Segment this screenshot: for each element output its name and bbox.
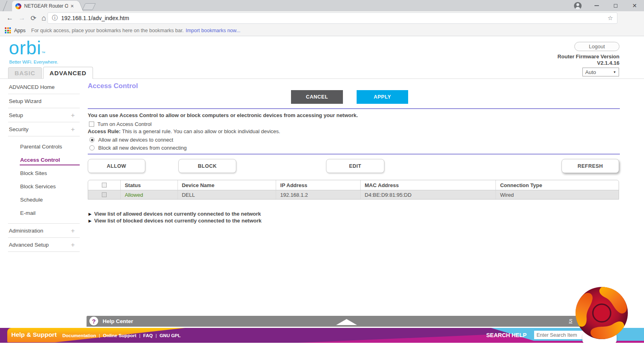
minimize-icon	[594, 5, 599, 6]
expand-up-arrow-icon[interactable]	[336, 319, 357, 325]
url-text[interactable]: 192.168.1.1/adv_index.htm	[61, 15, 608, 21]
turn-on-access-control-label: Turn on Access Control	[97, 121, 152, 127]
sidebar-item-label: Advanced Setup	[9, 242, 49, 248]
header-divider	[0, 78, 644, 79]
tab-edge-decoration	[3, 1, 13, 11]
tab-basic[interactable]: BASIC	[8, 67, 42, 78]
cancel-button[interactable]: CANCEL	[291, 90, 343, 104]
gnu-gpl-link[interactable]: GNU GPL	[159, 333, 180, 338]
sidebar-item-setup[interactable]: Setup+	[8, 108, 80, 122]
sidebar-item-setup-wizard[interactable]: Setup Wizard	[8, 94, 80, 108]
logout-button[interactable]: Logout	[574, 42, 619, 51]
section-divider	[88, 154, 620, 154]
apply-button[interactable]: APPLY	[357, 90, 408, 104]
sidebar-item-access-control[interactable]: Access Control	[8, 153, 80, 166]
help-center-bar[interactable]: ? Help Center S	[87, 316, 620, 327]
bookmark-star-icon[interactable]: ☆	[608, 14, 613, 22]
access-rule-label: Access Rule:	[88, 128, 121, 134]
edit-button[interactable]: EDIT	[326, 159, 384, 173]
restore-button[interactable]	[606, 0, 625, 11]
sidebar-item-label: Block Services	[20, 183, 56, 189]
cell-connection-type: Wired	[495, 190, 619, 199]
refresh-button[interactable]: REFRESH	[561, 159, 619, 173]
cell-status: Allowed	[120, 190, 178, 199]
orbi-logo: orbi™	[9, 39, 46, 57]
profile-icon	[574, 2, 582, 10]
expand-plus-icon[interactable]: +	[71, 111, 75, 119]
show-help-link[interactable]: S	[569, 318, 572, 324]
allow-button[interactable]: ALLOW	[88, 159, 145, 173]
devices-table: Status Device Name IP Address MAC Addres…	[88, 180, 619, 200]
select-all-checkbox[interactable]	[102, 183, 107, 187]
sidebar-item-advanced-home[interactable]: ADVANCED Home	[8, 80, 80, 94]
watermark-orb-logo	[574, 283, 630, 343]
expand-plus-icon[interactable]: +	[71, 227, 75, 235]
triangle-right-icon: ▶	[89, 219, 91, 223]
tab-close-icon[interactable]: ✕	[70, 4, 74, 9]
back-button[interactable]: ←	[6, 14, 13, 22]
allow-new-devices-radio[interactable]	[89, 137, 95, 142]
language-select-value: Auto	[585, 69, 596, 75]
language-select[interactable]: Auto ▼	[582, 68, 619, 76]
tab-advanced[interactable]: ADVANCED	[43, 67, 93, 79]
sidebar-item-block-services[interactable]: Block Services	[8, 179, 80, 193]
sidebar-item-label: Parental Controls	[20, 144, 62, 150]
sidebar-item-schedule[interactable]: Schedule	[8, 193, 80, 206]
documentation-link[interactable]: Documentation	[62, 333, 96, 338]
expand-plus-icon[interactable]: +	[71, 126, 75, 134]
home-button[interactable]: ⌂	[41, 14, 46, 23]
page-info-icon[interactable]: ⓘ	[52, 14, 58, 22]
browser-toolbar: ← → ⟳ ⌂ ⓘ 192.168.1.1/adv_index.htm ☆ ⋮	[0, 11, 644, 25]
restore-icon	[614, 4, 617, 8]
online-support-link[interactable]: Online Support	[103, 333, 136, 338]
column-header-device-name: Device Name	[178, 180, 276, 190]
firmware-version-label: Router Firmware Version	[557, 54, 619, 60]
access-rule-text: Access Rule: This is a general rule. You…	[88, 128, 280, 134]
apps-grid-icon[interactable]	[5, 27, 11, 33]
url-bar[interactable]: ⓘ 192.168.1.1/adv_index.htm ☆	[47, 12, 617, 24]
faq-link[interactable]: FAQ	[143, 333, 153, 338]
trademark-symbol: ™	[41, 51, 46, 55]
browser-tab[interactable]: N NETGEAR Router Orbi ✕	[12, 1, 77, 11]
apps-label[interactable]: Apps	[14, 28, 26, 33]
view-blocked-devices-link[interactable]: ▶ View list of blocked devices not curre…	[89, 218, 262, 224]
question-mark-icon: ?	[89, 317, 98, 325]
allow-new-devices-label: Allow all new devices to connect	[98, 137, 173, 143]
profile-button[interactable]	[568, 0, 587, 11]
sidebar-item-label: Setup Wizard	[9, 98, 41, 104]
sidebar-item-label: E-mail	[20, 210, 35, 216]
sidebar-item-label: Security	[9, 126, 29, 132]
help-center-label: Help Center	[103, 318, 133, 324]
row-select-checkbox[interactable]	[102, 192, 107, 197]
block-new-devices-radio[interactable]	[89, 145, 95, 150]
triangle-right-icon: ▶	[89, 212, 91, 216]
view-allowed-devices-label: View list of allowed devices not current…	[94, 211, 261, 217]
view-allowed-devices-link[interactable]: ▶ View list of allowed devices not curre…	[89, 211, 261, 217]
sidebar-nav: ADVANCED Home Setup Wizard Setup+ Securi…	[0, 80, 80, 252]
chevron-down-icon: ▼	[613, 70, 616, 74]
minimize-button[interactable]	[587, 0, 606, 11]
column-header-mac-address: MAC Address	[360, 180, 495, 190]
forward-button[interactable]: →	[19, 14, 25, 22]
table-row[interactable]: Allowed DELL 192.168.1.2 D4:BE:D9:81:95:…	[88, 190, 619, 199]
import-bookmarks-link[interactable]: Import bookmarks now...	[186, 28, 240, 33]
block-button[interactable]: BLOCK	[178, 159, 236, 173]
sidebar-item-security[interactable]: Security+	[8, 122, 80, 136]
footer-bar: Help & Support Documentation | Online Su…	[0, 328, 644, 343]
reload-button[interactable]: ⟳	[31, 14, 36, 23]
new-tab-button[interactable]	[82, 3, 96, 10]
sidebar-item-label: ADVANCED Home	[9, 84, 55, 90]
sidebar-item-email[interactable]: E-mail	[8, 206, 80, 219]
close-button[interactable]: ✕	[625, 0, 644, 11]
sidebar-item-advanced-setup[interactable]: Advanced Setup+	[8, 238, 80, 252]
help-and-support-title: Help & Support	[11, 331, 57, 338]
link-separator: |	[99, 333, 100, 338]
sidebar-item-block-sites[interactable]: Block Sites	[8, 166, 80, 179]
turn-on-access-control-checkbox[interactable]	[89, 122, 94, 127]
sidebar-item-administration[interactable]: Administration+	[8, 223, 80, 238]
page-title: Access Control	[88, 82, 138, 90]
firmware-version-value: V2.1.4.16	[597, 60, 619, 66]
cell-device-name: DELL	[178, 190, 276, 199]
expand-plus-icon[interactable]: +	[71, 241, 75, 249]
sidebar-item-parental-controls[interactable]: Parental Controls	[8, 140, 80, 153]
